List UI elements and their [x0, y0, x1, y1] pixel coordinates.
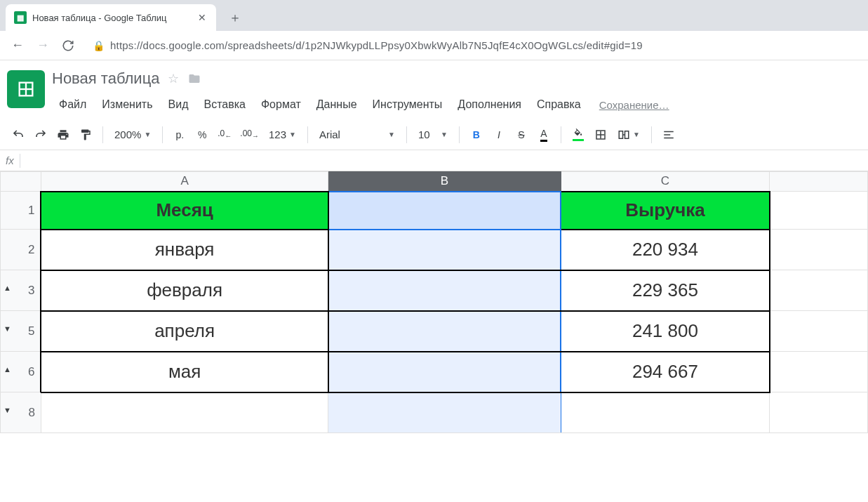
- text-color-button[interactable]: A: [534, 125, 554, 145]
- cell-b1[interactable]: [328, 192, 561, 230]
- format-currency-button[interactable]: р.: [170, 125, 189, 145]
- cell-a6[interactable]: мая: [41, 352, 328, 392]
- cell-c5[interactable]: 241 800: [561, 311, 770, 352]
- row-header[interactable]: ▲3: [1, 270, 41, 311]
- column-header-c[interactable]: C: [561, 172, 770, 192]
- tab-title: Новая таблица - Google Таблиц: [32, 13, 191, 23]
- decrease-decimal-button[interactable]: .0←: [215, 125, 234, 145]
- redo-button[interactable]: [31, 125, 51, 145]
- number-format-dropdown[interactable]: 123▼: [265, 125, 300, 145]
- cell-a8[interactable]: [41, 392, 328, 433]
- close-tab-icon[interactable]: ✕: [196, 12, 208, 23]
- folder-icon[interactable]: [187, 72, 201, 85]
- font-dropdown[interactable]: Arial▼: [315, 125, 399, 145]
- cell-b6[interactable]: [328, 352, 561, 392]
- star-icon[interactable]: ☆: [168, 71, 179, 86]
- undo-button[interactable]: [8, 125, 28, 145]
- svg-rect-4: [600, 131, 601, 138]
- cell-a5[interactable]: апреля: [41, 311, 328, 352]
- cell-b5[interactable]: [328, 311, 561, 352]
- print-button[interactable]: [53, 125, 73, 145]
- browser-tab[interactable]: ▦ Новая таблица - Google Таблиц ✕: [6, 4, 216, 31]
- cell-b8[interactable]: [328, 392, 561, 433]
- forward-button[interactable]: →: [34, 37, 52, 55]
- cell[interactable]: [770, 392, 868, 433]
- column-header-b[interactable]: B: [328, 172, 561, 192]
- cell-a2[interactable]: января: [41, 230, 328, 270]
- row-header[interactable]: 2: [1, 230, 41, 270]
- menu-file[interactable]: Файл: [52, 95, 93, 114]
- sheets-header: Новая таблица ☆ Файл Изменить Вид Вставк…: [0, 60, 868, 114]
- cell[interactable]: [770, 192, 868, 230]
- cell-b2[interactable]: [328, 230, 561, 270]
- cell[interactable]: [770, 230, 868, 270]
- cell-b3[interactable]: [328, 270, 561, 311]
- sheets-favicon-icon: ▦: [14, 11, 27, 24]
- cell[interactable]: [770, 311, 868, 352]
- cell[interactable]: [770, 270, 868, 311]
- reload-button[interactable]: [59, 37, 77, 55]
- bold-button[interactable]: B: [467, 125, 486, 145]
- cell-c2[interactable]: 220 934: [561, 230, 770, 270]
- row-header[interactable]: ▼5: [1, 311, 41, 352]
- merge-cells-button[interactable]: ▼: [613, 125, 644, 145]
- address-bar: ← → 🔒 https://docs.google.com/spreadshee…: [0, 31, 868, 60]
- saving-status: Сохранение…: [599, 99, 669, 111]
- cell-a1[interactable]: Месяц: [41, 192, 328, 230]
- cell-c3[interactable]: 229 365: [561, 270, 770, 311]
- svg-rect-7: [664, 131, 674, 132]
- new-tab-button[interactable]: ＋: [225, 7, 246, 28]
- menu-tools[interactable]: Инструменты: [366, 95, 450, 114]
- svg-rect-9: [664, 137, 674, 138]
- zoom-dropdown[interactable]: 200%▼: [110, 125, 155, 145]
- horizontal-align-button[interactable]: [659, 125, 679, 145]
- font-size-dropdown[interactable]: 10▼: [414, 125, 452, 145]
- row-header[interactable]: ▲6: [1, 352, 41, 392]
- menu-format[interactable]: Формат: [254, 95, 308, 114]
- format-percent-button[interactable]: %: [192, 125, 212, 145]
- menu-insert[interactable]: Вставка: [196, 95, 252, 114]
- svg-rect-8: [664, 134, 670, 136]
- url-text[interactable]: https://docs.google.com/spreadsheets/d/1…: [110, 39, 643, 51]
- row-header[interactable]: 1: [1, 192, 41, 230]
- svg-rect-6: [625, 131, 628, 138]
- strikethrough-button[interactable]: S: [512, 125, 531, 145]
- formula-bar: fx: [0, 150, 868, 171]
- cell-c1[interactable]: Выручка: [561, 192, 770, 230]
- sheets-logo-icon[interactable]: [7, 70, 45, 108]
- browser-tab-strip: ▦ Новая таблица - Google Таблиц ✕ ＋: [0, 0, 868, 31]
- menu-addons[interactable]: Дополнения: [450, 95, 528, 114]
- borders-button[interactable]: [591, 125, 610, 145]
- menu-data[interactable]: Данные: [309, 95, 364, 114]
- fx-icon: fx: [6, 154, 14, 166]
- italic-button[interactable]: I: [489, 125, 509, 145]
- select-all-corner[interactable]: [1, 172, 41, 192]
- cell-c8[interactable]: [561, 392, 770, 433]
- svg-rect-5: [619, 131, 622, 138]
- lock-icon: 🔒: [93, 40, 105, 51]
- menu-help[interactable]: Справка: [530, 95, 588, 114]
- menu-view[interactable]: Вид: [161, 95, 196, 114]
- cell-c6[interactable]: 294 667: [561, 352, 770, 392]
- spreadsheet-grid: A B C 1 Месяц Выручка 2 января 220 934 ▲…: [0, 171, 868, 433]
- fill-color-button[interactable]: [568, 125, 588, 145]
- cell[interactable]: [770, 352, 868, 392]
- increase-decimal-button[interactable]: .00→: [237, 125, 262, 145]
- column-header-extra[interactable]: [770, 172, 868, 192]
- row-header[interactable]: ▼8: [1, 392, 41, 433]
- document-title[interactable]: Новая таблица: [52, 70, 159, 88]
- cell-a3[interactable]: февраля: [41, 270, 328, 311]
- back-button[interactable]: ←: [8, 37, 27, 55]
- column-header-a[interactable]: A: [41, 172, 328, 192]
- toolbar: 200%▼ р. % .0← .00→ 123▼ Arial▼ 10▼ B I …: [0, 119, 868, 150]
- menu-bar: Файл Изменить Вид Вставка Формат Данные …: [52, 95, 857, 114]
- menu-edit[interactable]: Изменить: [95, 95, 159, 114]
- paint-format-button[interactable]: [76, 125, 95, 145]
